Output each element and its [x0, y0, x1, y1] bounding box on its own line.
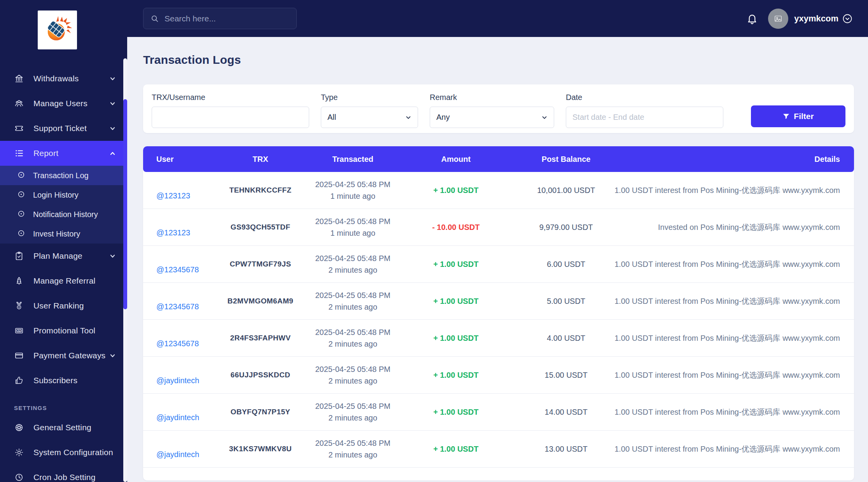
sidebar-item-label: User Ranking: [33, 301, 84, 310]
chevron-down-icon: [405, 114, 411, 121]
sidebar-item-manage-users[interactable]: Manage Users: [0, 91, 127, 116]
search-input[interactable]: [164, 14, 289, 23]
transacted-date: 2025-04-25 05:48 PM: [314, 179, 392, 190]
user-link[interactable]: @jaydintech: [156, 413, 199, 422]
transacted-date: 2025-04-25 05:48 PM: [314, 400, 392, 412]
funnel-icon: [782, 113, 790, 120]
transacted-ago: 1 minute ago: [314, 190, 392, 202]
user-link[interactable]: @jaydintech: [156, 376, 199, 385]
amount: + 1.00 USDT: [433, 334, 478, 342]
user-link[interactable]: @123123: [156, 191, 190, 200]
transacted-ago: 2 minutes ago: [314, 301, 392, 313]
column-header-trx: TRX: [207, 155, 314, 164]
topbar-right: yxymkcom: [746, 0, 852, 37]
sidebar-subitem-login-history[interactable]: Login History: [0, 185, 127, 205]
sidebar-item-support-ticket[interactable]: Support Ticket: [0, 116, 127, 141]
image-placeholder-icon: [774, 14, 782, 23]
bell-icon[interactable]: [746, 13, 758, 25]
users-icon: [14, 98, 24, 109]
sidebar-item-cron-job-setting[interactable]: Cron Job Setting: [0, 465, 127, 482]
table-row: @12345678 CPW7TMGF79JS 2025-04-25 05:48 …: [143, 246, 854, 283]
sidebar-item-label: General Setting: [33, 423, 91, 432]
user-link[interactable]: @12345678: [156, 339, 199, 348]
sidebar-item-label: Promotional Tool: [33, 326, 95, 335]
table-row: @jaydintech OBYFQ7N7P15Y 2025-04-25 05:4…: [143, 394, 854, 431]
amount: + 1.00 USDT: [433, 408, 478, 416]
circle-dot-icon: [18, 210, 24, 219]
transacted-ago: 2 minutes ago: [314, 412, 392, 424]
sidebar-scrollbar-thumb[interactable]: [123, 99, 127, 309]
details-text: 1.00 USDT interest from Pos Mining-优选源码库…: [614, 260, 840, 268]
type-select[interactable]: All: [321, 107, 418, 128]
table-row: @123123 GS93QCH55TDF 2025-04-25 05:48 PM…: [143, 209, 854, 246]
chevron-up-icon: [110, 151, 116, 156]
sidebar-item-label: System Configuration: [33, 448, 113, 457]
app-root: Withdrawals Manage Users Support Ticket: [0, 0, 868, 482]
sidebar-item-label: Support Ticket: [33, 124, 87, 133]
table-row: @jaydintech 3K1KS7WMKV8U 2025-04-25 05:4…: [143, 431, 854, 468]
sidebar-item-report[interactable]: Report: [0, 141, 127, 166]
chevron-down-icon: [541, 114, 548, 121]
user-link[interactable]: @jaydintech: [156, 450, 199, 459]
user-link[interactable]: @12345678: [156, 265, 199, 274]
sidebar-item-promotional-tool[interactable]: Ad Promotional Tool: [0, 318, 127, 343]
sidebar-item-user-ranking[interactable]: User Ranking: [0, 293, 127, 318]
details-text: Invested on Pos Mining-优选源码库 www.yxymk.c…: [658, 223, 840, 231]
sidebar-subitem-notification-history[interactable]: Notification History: [0, 205, 127, 224]
amount: + 1.00 USDT: [433, 371, 478, 379]
transacted-date: 2025-04-25 05:48 PM: [314, 363, 392, 375]
page-title: Transaction Logs: [143, 53, 854, 67]
chevron-down-icon: [110, 353, 116, 359]
sidebar-item-withdrawals[interactable]: Withdrawals: [0, 66, 127, 91]
brand-logo[interactable]: [38, 11, 77, 49]
transacted-date: 2025-04-25 05:48 PM: [314, 289, 392, 301]
sidebar-item-subscribers[interactable]: Subscribers: [0, 368, 127, 393]
user-link[interactable]: @12345678: [156, 302, 199, 311]
details-text: 1.00 USDT interest from Pos Mining-优选源码库…: [614, 297, 840, 305]
sidebar-nav: Withdrawals Manage Users Support Ticket: [0, 66, 127, 482]
clipboard-icon: [14, 251, 24, 261]
details-text: 1.00 USDT interest from Pos Mining-优选源码库…: [614, 445, 840, 453]
user-link[interactable]: @123123: [156, 228, 190, 237]
chevron-down-circle-icon[interactable]: [842, 14, 852, 24]
circle-dot-icon: [18, 172, 24, 180]
filter-bar: TRX/Username Type All Remark Any Date: [143, 84, 854, 133]
sidebar-item-manage-referral[interactable]: Manage Referral: [0, 268, 127, 293]
sidebar-item-payment-gateways[interactable]: Payment Gateways: [0, 343, 127, 368]
settings-section-label: SETTINGS: [0, 393, 127, 415]
chevron-down-icon: [110, 126, 116, 131]
trx-username-label: TRX/Username: [152, 93, 309, 102]
ticket-icon: [14, 123, 24, 133]
trx-username-input[interactable]: [152, 107, 309, 128]
topbar: yxymkcom: [127, 0, 868, 37]
column-header-amount: Amount: [392, 155, 520, 164]
sidebar-item-system-configuration[interactable]: System Configuration: [0, 440, 127, 465]
table-row: @jaydintech 66UJJPSSKDCD 2025-04-25 05:4…: [143, 357, 854, 394]
sidebar-item-label: Report: [33, 149, 58, 158]
post-balance: 13.00 USDT: [545, 445, 588, 453]
sidebar-subitem-invest-history[interactable]: Invest History: [0, 224, 127, 244]
sidebar-subitem-transaction-log[interactable]: Transaction Log: [0, 166, 127, 185]
transacted-ago: 1 minute ago: [314, 227, 392, 239]
avatar[interactable]: [768, 9, 788, 29]
sidebar-subitem-label: Transaction Log: [33, 171, 89, 180]
username[interactable]: yxymkcom: [794, 14, 838, 24]
post-balance: 5.00 USDT: [547, 297, 585, 305]
sidebar-item-general-setting[interactable]: General Setting: [0, 415, 127, 440]
circle-dot-icon: [18, 191, 24, 199]
filter-field-type: Type All: [321, 93, 418, 133]
date-range-input[interactable]: [566, 107, 723, 128]
sidebar-item-label: Withdrawals: [33, 74, 79, 83]
gear-icon: [14, 447, 24, 457]
sidebar-subitem-label: Login History: [33, 191, 79, 200]
sidebar-item-plan-manage[interactable]: Plan Manage: [0, 244, 127, 268]
filter-button[interactable]: Filter: [751, 105, 845, 127]
amount: + 1.00 USDT: [433, 297, 478, 305]
brand-logo-icon: [42, 15, 73, 45]
table-header-row: User TRX Transacted Amount Post Balance …: [143, 146, 854, 172]
sidebar-subitem-label: Invest History: [33, 230, 80, 238]
column-header-details: Details: [612, 155, 854, 164]
report-submenu: Transaction Log Login History Notificati…: [0, 166, 127, 244]
sidebar-subitem-label: Notification History: [33, 210, 98, 219]
remark-select[interactable]: Any: [430, 107, 554, 128]
